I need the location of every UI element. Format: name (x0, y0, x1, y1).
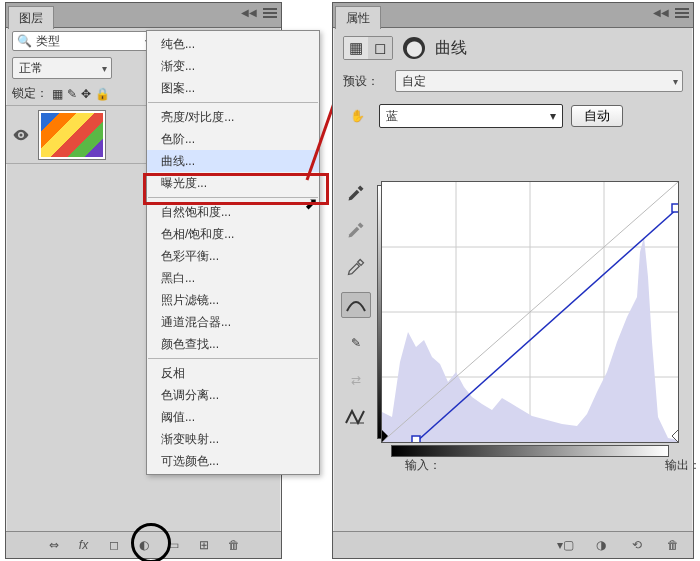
adjustment-menu-item[interactable]: 亮度/对比度... (147, 106, 319, 128)
layers-tab[interactable]: 图层 (8, 6, 54, 29)
curves-tool-column: ✎ ⇄ (339, 181, 373, 429)
search-icon: 🔍 (17, 34, 32, 48)
adjustment-menu-item[interactable]: 图案... (147, 77, 319, 99)
properties-title-row: ▦ ◻ ⬤ 曲线 (333, 28, 693, 64)
preset-dropdown[interactable]: 自定 ▾ (395, 70, 683, 92)
blend-mode-value: 正常 (19, 60, 43, 77)
adjustment-menu-item[interactable]: 自然饱和度... (147, 201, 319, 223)
curve-draw-tool-icon[interactable]: ✎ (342, 331, 370, 355)
blend-mode-dropdown[interactable]: 正常 ▾ (12, 57, 112, 79)
layers-tab-strip: 图层 ◀◀ (6, 3, 281, 28)
adjustment-menu-item[interactable]: 阈值... (147, 406, 319, 428)
fx-icon[interactable]: fx (76, 538, 92, 552)
adjustment-menu-item[interactable]: 色调分离... (147, 384, 319, 406)
layers-bottom-bar: ⇔ fx ◻ ◐ ▭ ⊞ 🗑 (6, 531, 281, 558)
lock-all-icon[interactable]: 🔒 (95, 87, 110, 101)
properties-tab-strip: 属性 ◀◀ (333, 3, 693, 28)
curve-point-tool-icon[interactable] (341, 292, 371, 318)
adjustment-menu-item[interactable]: 颜色查找... (147, 333, 319, 355)
properties-bottom-bar: ▾▢ ◑ ⟲ 🗑 (333, 531, 693, 558)
panel-menu-icon[interactable] (675, 8, 689, 18)
updown-icon: ▾ (673, 76, 678, 87)
adjustment-menu-item[interactable]: 黑白... (147, 267, 319, 289)
adjustment-menu-item[interactable]: 可选颜色... (147, 450, 319, 472)
hand-icon[interactable]: ✋ (343, 109, 371, 123)
mask-icon[interactable]: ◻ (106, 538, 122, 552)
adjustment-menu-item[interactable]: 通道混合器... (147, 311, 319, 333)
new-layer-icon[interactable]: ⊞ (196, 538, 212, 552)
svg-rect-10 (672, 204, 678, 212)
adjustment-menu-item[interactable]: 曝光度... (147, 172, 319, 194)
layer-type-filter[interactable]: 🔍 类型 ▾ (12, 31, 155, 51)
chevron-down-icon: ▾ (102, 63, 107, 74)
eyedropper-black-icon[interactable] (342, 181, 370, 205)
collapse-icon[interactable]: ◀◀ (241, 7, 257, 18)
visibility-icon[interactable] (12, 126, 30, 144)
properties-view-tabs: ▦ ◻ (343, 36, 393, 60)
trash-icon[interactable]: 🗑 (226, 538, 242, 552)
svg-point-0 (20, 133, 23, 136)
layer-thumbnail[interactable] (38, 110, 106, 160)
adjustment-view-icon[interactable]: ▦ (344, 37, 368, 59)
reset-icon[interactable]: ⟲ (629, 538, 645, 552)
channel-row: ✋ 蓝 ▾ 自动 (333, 98, 693, 134)
link-icon[interactable]: ⇔ (46, 538, 62, 552)
adjustment-menu-item[interactable]: 渐变映射... (147, 428, 319, 450)
lock-trans-icon[interactable]: ▦ (52, 87, 63, 101)
preset-row: 预设： 自定 ▾ (333, 64, 693, 98)
group-icon[interactable]: ▭ (166, 538, 182, 552)
preset-value: 自定 (402, 73, 426, 90)
mask-view-icon[interactable]: ◻ (368, 37, 392, 59)
lock-move-icon[interactable]: ✥ (81, 87, 91, 101)
eyedropper-white-icon[interactable] (342, 255, 370, 279)
adjustment-menu-item[interactable]: 色相/饱和度... (147, 223, 319, 245)
adjustment-menu-item[interactable]: 渐变... (147, 55, 319, 77)
curve-smooth-icon[interactable]: ⇄ (342, 368, 370, 392)
trash-icon[interactable]: 🗑 (665, 538, 681, 552)
panel-menu-icon[interactable] (263, 8, 277, 18)
updown-icon: ▾ (550, 109, 556, 123)
curves-icon: ⬤ (403, 37, 425, 59)
adjustment-layer-icon[interactable]: ◐ (136, 538, 152, 552)
adjustment-menu-item[interactable]: 色彩平衡... (147, 245, 319, 267)
properties-title: 曲线 (435, 38, 467, 59)
eyedropper-gray-icon[interactable] (342, 218, 370, 242)
properties-panel: 属性 ◀◀ ▦ ◻ ⬤ 曲线 预设： 自定 ▾ ✋ 蓝 ▾ 自动 ✎ ⇄ (332, 2, 694, 559)
preset-label: 预设： (343, 73, 387, 90)
collapse-icon[interactable]: ◀◀ (653, 7, 669, 18)
adjustment-menu-item[interactable]: 曲线... (147, 150, 319, 172)
adjustment-menu-item[interactable]: 照片滤镜... (147, 289, 319, 311)
channel-dropdown[interactable]: 蓝 ▾ (379, 104, 563, 128)
lock-paint-icon[interactable]: ✎ (67, 87, 77, 101)
adjustment-menu-item[interactable]: 反相 (147, 362, 319, 384)
clip-icon[interactable]: ▾▢ (557, 538, 573, 552)
io-row: 输入： 输出： (381, 451, 700, 474)
prev-state-icon[interactable]: ◑ (593, 538, 609, 552)
properties-tab[interactable]: 属性 (335, 6, 381, 29)
svg-rect-9 (412, 436, 420, 442)
curve-clip-icon[interactable] (342, 405, 370, 429)
input-label: 输入： (405, 457, 441, 474)
adjustment-menu: 纯色...渐变...图案...亮度/对比度...色阶...曲线...曝光度...… (146, 30, 320, 475)
adjustment-menu-item[interactable]: 纯色... (147, 33, 319, 55)
curves-graph[interactable] (381, 181, 679, 443)
adjustment-menu-item[interactable]: 色阶... (147, 128, 319, 150)
channel-value: 蓝 (386, 108, 398, 125)
output-label: 输出： (665, 457, 700, 474)
filter-type-label: 类型 (36, 33, 60, 50)
auto-button[interactable]: 自动 (571, 105, 623, 127)
lock-label: 锁定： (12, 85, 48, 102)
